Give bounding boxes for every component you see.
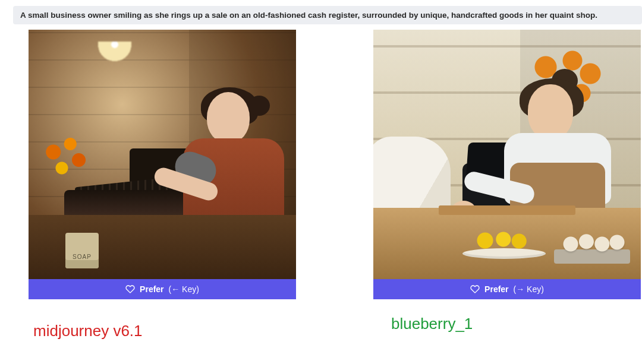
comparison-row: Prefer (← Key) midjourney v6.1 <box>29 30 635 340</box>
prefer-right-key-hint: (→ Key) <box>514 284 544 294</box>
heart-icon <box>125 284 135 294</box>
generated-image-left <box>29 30 296 279</box>
eggs-illustration <box>556 224 628 260</box>
model-label-left: midjourney v6.1 <box>29 322 296 340</box>
option-right: Prefer (→ Key) blueberry_1 <box>373 30 641 340</box>
heart-icon <box>470 284 480 294</box>
prefer-left-key-hint: (← Key) <box>169 284 199 294</box>
prefer-left-button[interactable]: Prefer (← Key) <box>29 279 296 299</box>
prefer-right-button[interactable]: Prefer (→ Key) <box>373 279 641 299</box>
option-left: Prefer (← Key) midjourney v6.1 <box>29 30 296 340</box>
lamp-illustration <box>94 42 136 71</box>
prefer-label: Prefer <box>140 284 163 294</box>
prompt-banner: A small business owner smiling as she ri… <box>13 6 642 24</box>
cutting-board-illustration <box>439 205 575 215</box>
soap-sign-illustration <box>65 233 99 268</box>
generated-image-right <box>373 30 641 279</box>
lemons-illustration <box>472 226 537 255</box>
model-label-right: blueberry_1 <box>373 315 641 333</box>
prefer-label: Prefer <box>484 284 508 294</box>
